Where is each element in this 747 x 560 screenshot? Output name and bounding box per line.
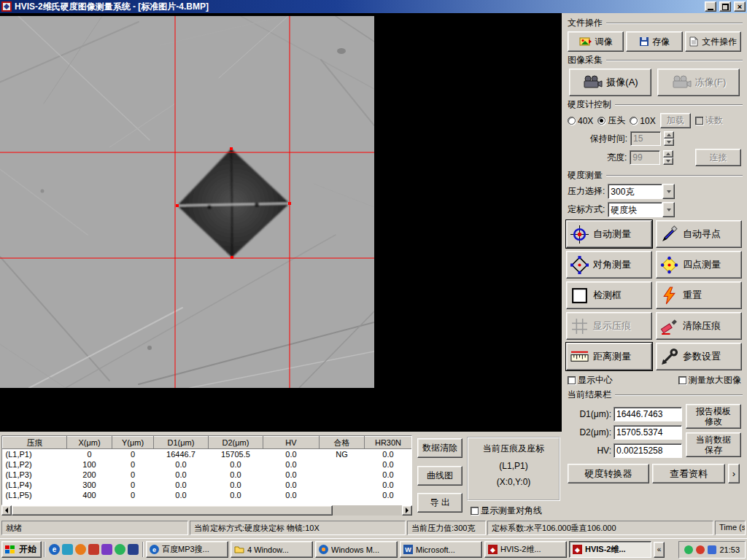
column-header[interactable]: D2(μm): [209, 437, 263, 449]
distance-measure-button[interactable]: 距离测量: [566, 343, 652, 370]
results-table[interactable]: 压痕X(μm)Y(μm)D1(μm)D2(μm)HV合格HR30N (L1,P1…: [1, 435, 412, 505]
image-display-area[interactable]: [0, 13, 562, 432]
pressure-select[interactable]: 300克: [608, 184, 675, 199]
save-current-data-button[interactable]: 当前数据 保存: [686, 432, 741, 457]
scroll-right-button[interactable]: [402, 505, 412, 516]
ql-browser-icon[interactable]: [88, 544, 99, 555]
export-button[interactable]: 导 出: [417, 493, 462, 513]
task-windows-media[interactable]: Windows M...: [315, 541, 398, 558]
column-header[interactable]: 合格: [320, 437, 365, 449]
ql-music-icon[interactable]: [128, 544, 139, 555]
read-checkbox[interactable]: 读数: [695, 114, 723, 127]
d2-value-field[interactable]: 15705.5374: [614, 425, 682, 440]
column-header[interactable]: 压痕: [3, 437, 67, 449]
start-button[interactable]: 开始: [1, 541, 42, 558]
brightness-spinner[interactable]: [663, 150, 673, 165]
table-cell: 400: [67, 490, 112, 500]
task-microsoft[interactable]: W Microsoft...: [400, 541, 482, 558]
current-indent-coordinates-panel: 当前压痕及座标 (L1,P1) (X:0,Y:0): [467, 437, 560, 501]
more-arrow-button[interactable]: ›: [728, 464, 740, 483]
load-button[interactable]: 加载: [660, 113, 691, 128]
table-horizontal-scrollbar[interactable]: [1, 505, 412, 516]
hv-value-field[interactable]: 0.00215258: [614, 443, 682, 458]
table-row[interactable]: (L1,P5)40000.00.00.00.0: [3, 490, 412, 500]
ql-messenger-icon[interactable]: [115, 544, 125, 555]
scroll-left-button[interactable]: [1, 505, 12, 516]
task-hvis-2-active[interactable]: ◆ HVIS-2维...: [569, 541, 651, 558]
hvis-app-icon: ◆: [573, 545, 582, 554]
diagonal-measure-button[interactable]: 对角测量: [566, 251, 652, 279]
column-header[interactable]: D1(μm): [154, 437, 209, 449]
radio-indenter[interactable]: 压头: [597, 114, 625, 127]
task-hvis-1[interactable]: ◆ HVIS-2维...: [484, 541, 567, 558]
camera-icon: [582, 75, 603, 90]
chevron-down-icon: [667, 190, 671, 193]
clear-data-button[interactable]: 数据清除: [417, 438, 462, 458]
taskbar-divider: [142, 542, 144, 557]
ql-media-player-icon[interactable]: [75, 544, 86, 555]
view-documentation-button[interactable]: 查看资料: [652, 464, 725, 483]
report-template-button[interactable]: 报告模板 修改: [686, 404, 741, 429]
table-row[interactable]: (L1,P3)20000.00.00.00.0: [3, 470, 412, 480]
column-header[interactable]: Y(μm): [112, 437, 154, 449]
taskbar-chevron-button[interactable]: «: [654, 542, 665, 558]
specimen-image[interactable]: [0, 16, 374, 388]
status-pressure: 当前压力值:300克: [407, 521, 486, 535]
save-image-button[interactable]: 存像: [626, 31, 682, 52]
ql-show-desktop-icon[interactable]: [62, 544, 73, 555]
task-label: Microsoft...: [416, 545, 455, 554]
minimize-button[interactable]: [705, 1, 716, 12]
connect-button[interactable]: 连接: [695, 149, 741, 166]
scrollbar-thumb[interactable]: [12, 505, 333, 516]
distance-measure-icon: [570, 348, 589, 366]
task-baidu-mp3[interactable]: e 百度MP3搜...: [146, 541, 228, 558]
hold-time-spinner[interactable]: [664, 131, 674, 146]
column-header[interactable]: HV: [263, 437, 320, 449]
table-row[interactable]: (L1,P1)0016446.715705.50.0NG0.0: [3, 449, 412, 459]
quick-launch: e: [47, 544, 140, 555]
parameter-settings-button[interactable]: 参数设置: [656, 343, 742, 370]
tray-network-icon[interactable]: [708, 545, 716, 554]
table-cell: 0: [67, 449, 112, 459]
task-windows-group[interactable]: 4 Window...: [231, 541, 313, 558]
freeze-frame-button[interactable]: 冻像(F): [657, 69, 740, 96]
column-header[interactable]: HR30N: [365, 437, 412, 449]
section-file-ops: 文件操作: [568, 17, 743, 29]
show-center-checkbox[interactable]: 显示中心: [568, 374, 613, 386]
reset-button[interactable]: 重置: [656, 281, 742, 309]
clear-indent-button[interactable]: 清除压痕: [656, 312, 742, 340]
auto-find-point-button[interactable]: 自动寻点: [656, 220, 742, 248]
titlebar[interactable]: HVIS-2维氏硬度图像测量系统 - [标准图片-4.BMP] ×: [0, 0, 747, 13]
hold-time-field[interactable]: 15: [630, 131, 661, 146]
d1-value-field[interactable]: 16446.7463: [614, 407, 682, 421]
restore-icon: [722, 4, 729, 10]
restore-button[interactable]: [719, 1, 731, 12]
ql-mail-icon[interactable]: [101, 544, 112, 555]
brightness-field[interactable]: 99: [630, 150, 660, 165]
taskbar-divider: [44, 542, 45, 557]
show-indent-button[interactable]: 显示压痕: [566, 312, 652, 340]
magnify-measure-checkbox[interactable]: 测量放大图像: [678, 374, 741, 386]
adjust-image-button[interactable]: 调像: [568, 31, 624, 52]
curve-chart-button[interactable]: 曲线图: [417, 466, 462, 486]
ql-ie-icon[interactable]: e: [49, 544, 60, 555]
auto-measure-button[interactable]: 自动测量: [566, 220, 652, 248]
table-row[interactable]: (L1,P4)30000.00.00.00.0: [3, 480, 412, 490]
file-operations-button[interactable]: 文件操作: [685, 31, 741, 52]
reset-icon: [660, 287, 678, 305]
detect-frame-button[interactable]: 检测框: [566, 281, 652, 309]
adjust-image-label: 调像: [595, 36, 613, 48]
column-header[interactable]: X(μm): [67, 437, 112, 449]
table-row[interactable]: (L1,P2)10000.00.00.00.0: [3, 459, 412, 470]
show-diagonal-checkbox[interactable]: 显示测量对角线: [471, 505, 542, 517]
calibration-mode-select[interactable]: 硬度块: [608, 202, 675, 217]
tray-alert-icon[interactable]: [696, 545, 705, 554]
close-button[interactable]: ×: [734, 1, 746, 12]
radio-40x[interactable]: 40X: [568, 116, 593, 126]
status-ready: 就绪: [1, 521, 188, 535]
four-point-measure-button[interactable]: 四点测量: [656, 251, 742, 279]
hardness-converter-button[interactable]: 硬度转换器: [568, 464, 649, 483]
live-video-button[interactable]: 摄像(A): [569, 69, 651, 96]
tray-antivirus-icon[interactable]: [684, 545, 693, 554]
radio-10x[interactable]: 10X: [630, 116, 655, 126]
